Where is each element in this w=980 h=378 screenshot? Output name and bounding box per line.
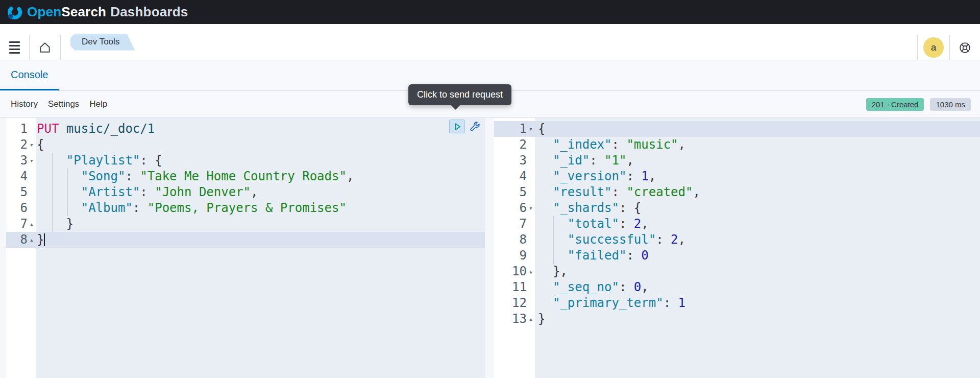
line-number: 1 xyxy=(501,121,527,137)
fold-toggle-icon[interactable]: ▾ xyxy=(527,200,535,216)
nav-row: Dev Tools a xyxy=(0,24,980,60)
response-line-2[interactable]: 2 "_index": "music", xyxy=(494,137,980,153)
response-line-13[interactable]: 13▴} xyxy=(494,311,980,327)
help-button[interactable] xyxy=(949,35,980,60)
avatar[interactable]: a xyxy=(923,37,944,58)
code-text: "_version": 1, xyxy=(535,169,980,184)
response-line-6[interactable]: 6▾ "_shards": { xyxy=(494,200,980,216)
play-icon xyxy=(452,122,462,132)
line-number: 7 xyxy=(501,216,527,232)
request-line-3[interactable]: 3▾ "Playlist": { xyxy=(6,153,485,169)
tooltip-text: Click to send request xyxy=(417,89,503,100)
request-line-5[interactable]: 5 "Artist": "John Denver", xyxy=(6,184,485,200)
code-text: "_id": "1", xyxy=(535,153,980,169)
help-lifebuoy-icon xyxy=(959,41,971,54)
line-number: 6 xyxy=(501,200,527,216)
line-number: 5 xyxy=(501,184,527,200)
brand-search: Search xyxy=(61,4,106,20)
fold-toggle-icon[interactable]: ▾ xyxy=(28,137,36,153)
fold-toggle-icon[interactable]: ▴ xyxy=(28,216,36,232)
opensearch-dashboards-app: OpenSearchDashboards Dev Tools a Console xyxy=(0,0,980,378)
code-text: } xyxy=(535,311,980,327)
text-cursor xyxy=(44,233,45,246)
brand-dashboards: Dashboards xyxy=(110,4,188,20)
latency-badge: 1030 ms xyxy=(930,98,971,111)
fold-toggle-icon[interactable]: ▾ xyxy=(28,153,36,169)
request-line-4[interactable]: 4 "Song": "Take Me Home Country Roads", xyxy=(6,169,485,184)
request-actions xyxy=(449,120,482,133)
send-request-button[interactable] xyxy=(449,120,465,133)
response-line-1[interactable]: 1▾{ xyxy=(494,121,980,137)
menu-icon xyxy=(9,41,20,54)
breadcrumb-dev-tools[interactable]: Dev Tools xyxy=(70,34,135,51)
line-number: 4 xyxy=(501,169,527,184)
line-number: 8 xyxy=(10,232,28,248)
brand-open: Open xyxy=(27,4,61,20)
code-text: { xyxy=(535,121,980,137)
code-text: "failed": 0 xyxy=(535,248,980,264)
line-number: 11 xyxy=(501,279,527,295)
tab-console[interactable]: Console xyxy=(0,61,59,90)
code-text: "successful": 2, xyxy=(535,232,980,248)
code-text: "Song": "Take Me Home Country Roads", xyxy=(36,169,485,184)
code-text: "_shards": { xyxy=(535,200,980,216)
line-number: 6 xyxy=(10,200,28,216)
request-editor[interactable]: 1PUT music/_doc/12▾{3▾ "Playlist": {4 "S… xyxy=(6,118,485,378)
line-number: 1 xyxy=(10,121,28,137)
response-line-5[interactable]: 5 "result": "created", xyxy=(494,184,980,200)
account-button[interactable]: a xyxy=(917,35,949,60)
line-number: 9 xyxy=(501,248,527,264)
response-line-12[interactable]: 12 "_primary_term": 1 xyxy=(494,295,980,311)
console-workspace: 1PUT music/_doc/12▾{3▾ "Playlist": {4 "S… xyxy=(0,118,980,378)
code-text: "_seq_no": 0, xyxy=(535,279,980,295)
fold-toggle-icon[interactable]: ▴ xyxy=(28,232,36,248)
code-text: PUT music/_doc/1 xyxy=(36,121,485,137)
request-line-7[interactable]: 7▴ } xyxy=(6,216,485,232)
line-number: 10 xyxy=(501,264,527,279)
home-icon xyxy=(38,41,52,54)
line-number: 13 xyxy=(501,311,527,327)
send-request-tooltip: Click to send request xyxy=(408,84,511,105)
status-code-badge: 201 - Created xyxy=(866,98,924,111)
line-number: 2 xyxy=(501,137,527,153)
code-text: } xyxy=(36,232,485,248)
request-line-2[interactable]: 2▾{ xyxy=(6,137,485,153)
line-number: 12 xyxy=(501,295,527,311)
menu-button[interactable] xyxy=(0,35,30,60)
line-number: 8 xyxy=(501,232,527,248)
request-options-button[interactable] xyxy=(468,120,482,133)
line-number: 3 xyxy=(10,153,28,169)
fold-toggle-icon[interactable]: ▴ xyxy=(527,264,535,279)
request-line-8[interactable]: 8▴} xyxy=(6,232,485,248)
response-viewer[interactable]: 1▾{2 "_index": "music",3 "_id": "1",4 "_… xyxy=(494,118,980,378)
code-text: "Playlist": { xyxy=(36,153,485,169)
response-line-9[interactable]: 9 "failed": 0 xyxy=(494,248,980,264)
response-line-4[interactable]: 4 "_version": 1, xyxy=(494,169,980,184)
line-number: 3 xyxy=(501,153,527,169)
response-line-3[interactable]: 3 "_id": "1", xyxy=(494,153,980,169)
response-line-10[interactable]: 10▴ }, xyxy=(494,264,980,279)
response-line-7[interactable]: 7 "total": 2, xyxy=(494,216,980,232)
code-text: { xyxy=(36,137,485,153)
top-header-bar: OpenSearchDashboards xyxy=(0,0,980,24)
fold-toggle-icon[interactable]: ▴ xyxy=(527,311,535,327)
code-text: }, xyxy=(535,264,980,279)
request-line-1[interactable]: 1PUT music/_doc/1 xyxy=(6,121,485,137)
code-text: "Artist": "John Denver", xyxy=(36,184,485,200)
menu-item-settings[interactable]: Settings xyxy=(48,99,79,109)
code-text: "total": 2, xyxy=(535,216,980,232)
code-text: "Album": "Poems, Prayers & Promises" xyxy=(36,200,485,216)
code-text: } xyxy=(36,216,485,232)
home-button[interactable] xyxy=(30,35,61,60)
menu-item-history[interactable]: History xyxy=(11,99,38,109)
response-line-11[interactable]: 11 "_seq_no": 0, xyxy=(494,279,980,295)
line-number: 4 xyxy=(10,169,28,184)
code-text: "_index": "music", xyxy=(535,137,980,153)
line-number: 2 xyxy=(10,137,28,153)
request-line-6[interactable]: 6 "Album": "Poems, Prayers & Promises" xyxy=(6,200,485,216)
line-number: 7 xyxy=(10,216,28,232)
opensearch-logo-icon xyxy=(7,5,22,20)
response-line-8[interactable]: 8 "successful": 2, xyxy=(494,232,980,248)
fold-toggle-icon[interactable]: ▾ xyxy=(527,121,535,137)
menu-item-help[interactable]: Help xyxy=(89,99,107,109)
